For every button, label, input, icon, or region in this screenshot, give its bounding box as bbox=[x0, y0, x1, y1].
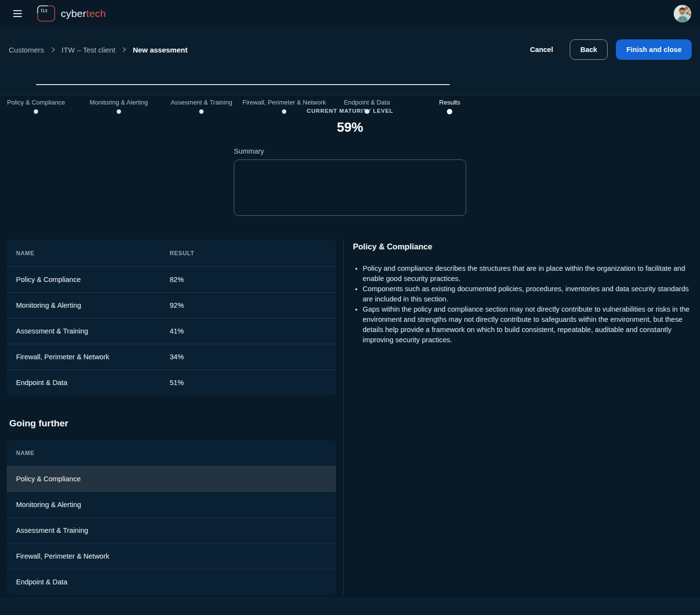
table-row: Assessment & Training41% bbox=[7, 318, 336, 344]
going-further-table-header: NAME bbox=[7, 440, 336, 466]
step-label: Endpoint & Data bbox=[344, 99, 390, 106]
step-label: Firewall, Perimeter & Network bbox=[243, 99, 326, 106]
table-row: Firewall, Perimeter & Network34% bbox=[7, 344, 336, 369]
row-name: Endpoint & Data bbox=[7, 578, 170, 586]
row-name: Monitoring & Alerting bbox=[7, 501, 170, 509]
step-label: Results bbox=[439, 99, 460, 106]
header-actions: Cancel Back Finish and close bbox=[525, 39, 692, 60]
summary-input[interactable] bbox=[234, 159, 466, 216]
column-header-name: NAME bbox=[7, 450, 170, 457]
maturity-level-value: 59% bbox=[0, 120, 700, 135]
section-bullets: Policy and compliance describes the stru… bbox=[353, 264, 690, 345]
row-name: Monitoring & Alerting bbox=[7, 301, 170, 309]
breadcrumb: Customers ITW – Test client New assesmen… bbox=[9, 46, 188, 54]
chevron-right-icon bbox=[49, 46, 57, 53]
row-name: Firewall, Perimeter & Network bbox=[7, 353, 170, 361]
row-result: 34% bbox=[170, 353, 184, 361]
topbar: f13 cybertech bbox=[0, 0, 700, 27]
breadcrumb-customers[interactable]: Customers bbox=[9, 46, 44, 54]
stepper-step[interactable]: Endpoint & Data bbox=[344, 99, 390, 114]
cancel-button[interactable]: Cancel bbox=[525, 40, 558, 59]
list-item[interactable]: Endpoint & Data bbox=[7, 569, 336, 595]
brand-badge-icon: f13 bbox=[37, 5, 55, 22]
section-bullet: Components such as existing documented p… bbox=[363, 284, 690, 304]
section-info-panel: Policy & Compliance Policy and complianc… bbox=[343, 240, 692, 595]
step-dot-icon bbox=[282, 109, 286, 114]
step-dot-icon bbox=[117, 109, 121, 114]
summary-block: Summary bbox=[234, 147, 466, 216]
step-dot-icon bbox=[365, 109, 369, 114]
row-name: Assessment & Training bbox=[7, 527, 170, 534]
summary-label: Summary bbox=[234, 147, 466, 155]
stepper-step[interactable]: Monitoring & Alerting bbox=[89, 99, 148, 114]
row-name: Assessment & Training bbox=[7, 327, 170, 335]
going-further-table-body: Policy & ComplianceMonitoring & Alerting… bbox=[7, 466, 336, 595]
breadcrumb-client[interactable]: ITW – Test client bbox=[62, 46, 116, 54]
column-header-result: RESULT bbox=[170, 250, 194, 257]
results-column: NAME RESULT Policy & Compliance82%Monito… bbox=[7, 240, 336, 595]
results-table-header: NAME RESULT bbox=[7, 240, 336, 266]
row-name: Endpoint & Data bbox=[7, 379, 170, 387]
table-row: Policy & Compliance82% bbox=[7, 266, 336, 292]
step-dot-icon bbox=[34, 109, 38, 114]
brand-logo[interactable]: f13 cybertech bbox=[37, 5, 106, 22]
row-result: 51% bbox=[170, 379, 184, 387]
going-further-table: NAME Policy & ComplianceMonitoring & Ale… bbox=[7, 440, 336, 595]
brand-name: cybertech bbox=[61, 8, 106, 19]
section-info-title: Policy & Compliance bbox=[353, 242, 690, 251]
going-further-title: Going further bbox=[9, 418, 336, 429]
step-dot-icon bbox=[447, 109, 452, 114]
list-item[interactable]: Firewall, Perimeter & Network bbox=[7, 543, 336, 569]
list-item[interactable]: Assessment & Training bbox=[7, 517, 336, 543]
row-name: Firewall, Perimeter & Network bbox=[7, 552, 170, 560]
user-photo-icon bbox=[674, 5, 691, 22]
breadcrumb-current: New assesment bbox=[133, 46, 188, 54]
stepper-line bbox=[36, 84, 450, 85]
section-bullet: Gaps within the policy and compliance se… bbox=[363, 304, 690, 345]
chevron-right-icon bbox=[120, 46, 128, 53]
footer-band bbox=[0, 597, 700, 615]
column-header-name: NAME bbox=[7, 250, 170, 257]
menu-icon[interactable] bbox=[9, 5, 26, 22]
stepper-step[interactable]: Policy & Compliance bbox=[7, 99, 65, 114]
finish-and-close-button[interactable]: Finish and close bbox=[616, 39, 692, 60]
step-dot-icon bbox=[199, 109, 204, 114]
step-label: Monitoring & Alerting bbox=[89, 99, 148, 106]
page-header: Customers ITW – Test client New assesmen… bbox=[0, 27, 700, 95]
stepper-step[interactable]: Assesment & Training bbox=[171, 99, 232, 114]
stepper-step[interactable]: Results bbox=[439, 99, 460, 114]
list-item[interactable]: Policy & Compliance bbox=[7, 466, 336, 492]
list-item[interactable]: Monitoring & Alerting bbox=[7, 492, 336, 517]
table-row: Monitoring & Alerting92% bbox=[7, 292, 336, 318]
row-result: 41% bbox=[170, 327, 184, 335]
main-content: CURRENT MATURITY LEVEL 59% Summary NAME … bbox=[0, 108, 700, 595]
results-table: NAME RESULT Policy & Compliance82%Monito… bbox=[7, 240, 336, 395]
brand-badge-text: f13 bbox=[41, 8, 47, 13]
row-name: Policy & Compliance bbox=[7, 475, 170, 483]
back-button[interactable]: Back bbox=[570, 39, 608, 60]
user-avatar[interactable] bbox=[674, 5, 691, 22]
row-name: Policy & Compliance bbox=[7, 276, 170, 283]
table-row: Endpoint & Data51% bbox=[7, 369, 336, 395]
row-result: 92% bbox=[170, 301, 184, 309]
step-label: Policy & Compliance bbox=[7, 99, 65, 106]
section-bullet: Policy and compliance describes the stru… bbox=[363, 264, 690, 284]
row-result: 82% bbox=[170, 276, 184, 283]
step-label: Assesment & Training bbox=[171, 99, 232, 106]
stepper-step[interactable]: Firewall, Perimeter & Network bbox=[243, 99, 326, 114]
results-table-body: Policy & Compliance82%Monitoring & Alert… bbox=[7, 266, 336, 395]
